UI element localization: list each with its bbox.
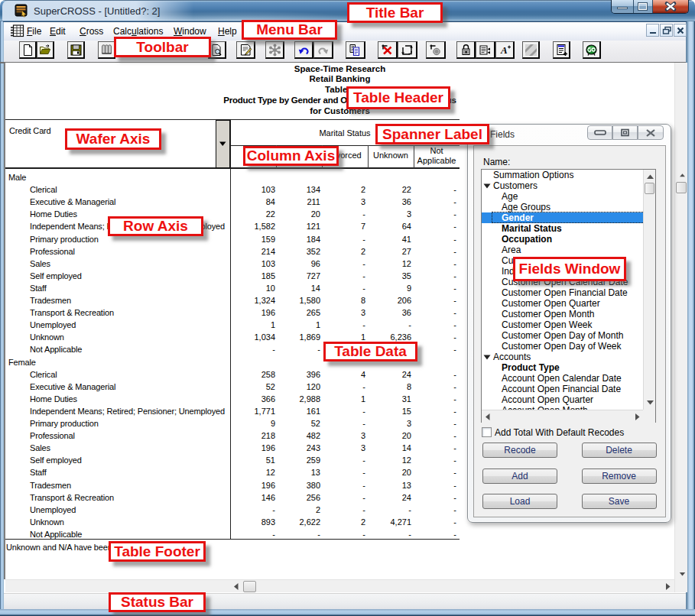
svg-text:A: A	[500, 44, 508, 56]
